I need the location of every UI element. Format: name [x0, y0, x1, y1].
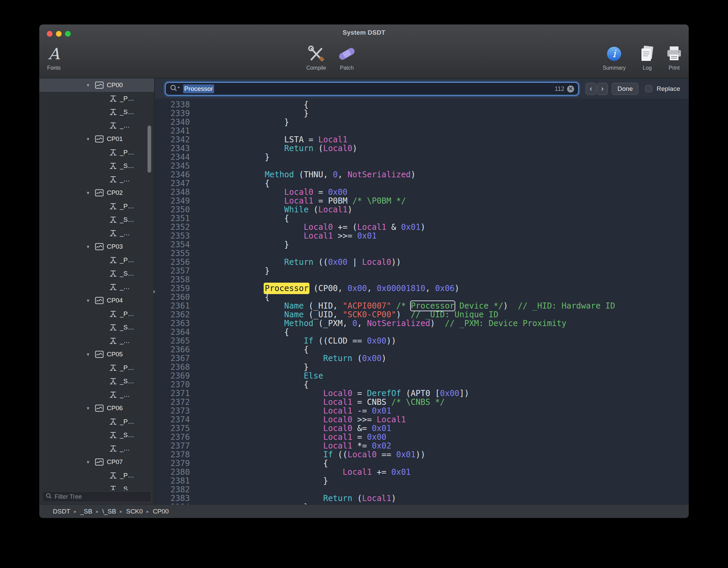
code-line[interactable]: 2363 Method (_PXM, 0, NotSerialized) // …	[155, 319, 689, 328]
tree-item-child[interactable]: _P…	[39, 307, 154, 321]
tree-item-child[interactable]: _S…	[39, 321, 154, 334]
patch-button[interactable]: Patch	[337, 44, 356, 71]
code-line[interactable]: 2338 {	[155, 100, 689, 109]
tree-item-cp02[interactable]: ▼CP02	[39, 186, 154, 200]
code-line[interactable]: 2359 Processor (CP00, 0x00, 0x00001810, …	[155, 284, 689, 293]
tree-item-child[interactable]: _P…	[39, 469, 154, 482]
tree-item-cp01[interactable]: ▼CP01	[39, 132, 154, 146]
tree-item-child[interactable]: _P…	[39, 415, 154, 428]
code-line[interactable]: 2374 Local0 >>= Local1	[155, 415, 689, 424]
code-line[interactable]: 2349 Local1 = P0BM /* \P0BM */	[155, 197, 689, 205]
code-line[interactable]: 2351 {	[155, 214, 689, 223]
code-line[interactable]: 2340 }	[155, 118, 689, 127]
breadcrumb-item[interactable]: CP00	[153, 508, 169, 515]
find-field[interactable]: Processor 112 ✕	[166, 83, 578, 95]
tree-item-child[interactable]: _P…	[39, 146, 154, 159]
clear-search-icon[interactable]: ✕	[567, 85, 574, 93]
code-line[interactable]: 2358	[155, 275, 689, 284]
code-line[interactable]: 2354 }	[155, 240, 689, 249]
tree-item-cp06[interactable]: ▼CP06	[39, 401, 154, 415]
tree-item-child[interactable]: _P…	[39, 361, 154, 375]
code-line[interactable]: 2350 While (Local1)	[155, 205, 689, 214]
tree-item-child[interactable]: _…	[39, 388, 154, 401]
tree-item-cp07[interactable]: ▼CP07	[39, 455, 154, 469]
code-line[interactable]: 2369 Else	[155, 371, 689, 380]
code-line[interactable]: 2352 Local0 += (Local1 & 0x01)	[155, 223, 689, 232]
code-line[interactable]: 2379 {	[155, 459, 689, 468]
log-button[interactable]: Log	[639, 44, 655, 71]
code-line[interactable]: 2361 Name (_HID, "ACPI0007" /* Processor…	[155, 301, 689, 310]
summary-button[interactable]: i Summary	[603, 44, 626, 71]
tree-item-child[interactable]: _S…	[39, 159, 154, 173]
compile-button[interactable]: Compile	[306, 44, 326, 71]
tree-item-child[interactable]: _…	[39, 173, 154, 186]
replace-checkbox[interactable]	[645, 85, 652, 92]
code-line[interactable]: 2357 }	[155, 267, 689, 275]
breadcrumb-item[interactable]: DSDT	[53, 508, 70, 515]
code-editor[interactable]: 2338 {2339 }2340 }23412342 LSTA = Local1…	[155, 99, 689, 504]
fonts-button[interactable]: A Fonts	[47, 44, 61, 71]
next-match-button[interactable]: ›	[597, 83, 608, 95]
code-line[interactable]: 2376 Local1 = 0x00	[155, 433, 689, 441]
disclosure-triangle-icon[interactable]: ▼	[86, 406, 92, 411]
disclosure-triangle-icon[interactable]: ▼	[86, 298, 92, 303]
tree-item-child[interactable]: _…	[39, 119, 154, 132]
code-line[interactable]: 2380 Local1 += 0x01	[155, 468, 689, 476]
code-line[interactable]: 2345	[155, 162, 689, 170]
tree-item-cp05[interactable]: ▼CP05	[39, 348, 154, 361]
tree-item-child[interactable]: _P…	[39, 92, 154, 105]
disclosure-triangle-icon[interactable]: ▼	[86, 190, 92, 196]
code-line[interactable]: 2346 Method (THNU, 0, NotSerialized)	[155, 170, 689, 179]
code-line[interactable]: 2339 }	[155, 109, 689, 118]
code-line[interactable]: 2356 Return ((0x00 | Local0))	[155, 258, 689, 267]
disclosure-triangle-icon[interactable]: ▼	[86, 137, 92, 142]
tree-item-child[interactable]: _S…	[39, 213, 154, 226]
breadcrumb-item[interactable]: _SB	[80, 508, 92, 515]
code-line[interactable]: 2382	[155, 485, 689, 494]
done-button[interactable]: Done	[612, 83, 638, 95]
tree-item-child[interactable]: _S…	[39, 482, 154, 490]
code-line[interactable]: 2375 Local0 &= 0x01	[155, 424, 689, 433]
code-line[interactable]: 2373 Local1 -= 0x01	[155, 406, 689, 415]
code-line[interactable]: 2353 Local1 >>= 0x01	[155, 232, 689, 240]
code-line[interactable]: 2343 Return (Local0)	[155, 144, 689, 153]
disclosure-triangle-icon[interactable]: ▼	[86, 352, 92, 357]
filter-tree-field[interactable]	[42, 491, 152, 502]
code-line[interactable]: 2366 {	[155, 345, 689, 354]
code-line[interactable]: 2370 {	[155, 380, 689, 389]
previous-match-button[interactable]: ‹	[586, 83, 596, 95]
tree-item-cp00[interactable]: ▼CP00	[39, 78, 154, 92]
code-line[interactable]: 2355	[155, 249, 689, 258]
code-line[interactable]: 2377 Local1 *= 0x02	[155, 441, 689, 450]
code-line[interactable]: 2367 Return (0x00)	[155, 354, 689, 363]
breadcrumb-item[interactable]: \_SB	[102, 508, 116, 515]
code-line[interactable]: 2360 {	[155, 293, 689, 301]
tree-item-cp04[interactable]: ▼CP04	[39, 294, 154, 307]
code-line[interactable]: 2365 If ((CLOD == 0x00))	[155, 336, 689, 345]
breadcrumb-item[interactable]: SCK0	[126, 508, 143, 515]
code-line[interactable]: 2371 Local0 = DerefOf (APT0 [0x00])	[155, 389, 689, 398]
disclosure-triangle-icon[interactable]: ▼	[86, 244, 92, 249]
print-button[interactable]: Print	[665, 44, 683, 71]
tree-item-child[interactable]: _P…	[39, 200, 154, 213]
tree-item-child[interactable]: _…	[39, 280, 154, 294]
tree-item-child[interactable]: _P…	[39, 253, 154, 267]
disclosure-triangle-icon[interactable]: ▼	[86, 460, 92, 465]
code-line[interactable]: 2372 Local1 = CNBS /* \CNBS */	[155, 398, 689, 406]
code-line[interactable]: 2368 }	[155, 363, 689, 371]
filter-tree-input[interactable]	[55, 493, 148, 500]
code-line[interactable]: 2378 If ((Local0 == 0x01))	[155, 450, 689, 459]
code-line[interactable]: 2364 {	[155, 328, 689, 336]
sidebar-scrollbar[interactable]	[147, 126, 151, 173]
tree-item-child[interactable]: _S…	[39, 267, 154, 280]
code-line[interactable]: 2344 }	[155, 153, 689, 162]
tree-item-child[interactable]: _…	[39, 334, 154, 348]
tree-item-child[interactable]: _S…	[39, 428, 154, 442]
code-line[interactable]: 2342 LSTA = Local1	[155, 135, 689, 144]
search-menu-icon[interactable]	[170, 84, 180, 94]
tree-item-child[interactable]: _…	[39, 442, 154, 455]
code-line[interactable]: 2341	[155, 127, 689, 135]
code-line[interactable]: 2381 }	[155, 476, 689, 485]
code-line[interactable]: 2383 Return (Local1)	[155, 494, 689, 503]
code-line[interactable]: 2347 {	[155, 179, 689, 188]
